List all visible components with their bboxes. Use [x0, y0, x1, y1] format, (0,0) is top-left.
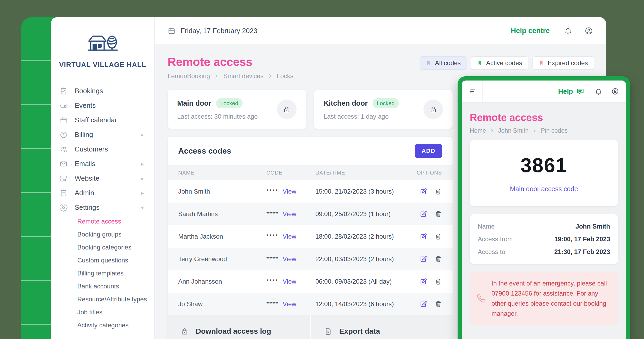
sidebar-item-events[interactable]: Events [51, 98, 154, 113]
code-holder-name: John Smith [178, 188, 266, 195]
breadcrumb-item[interactable]: Home [470, 127, 486, 134]
view-code-link[interactable]: View [283, 188, 296, 195]
sidebar-subitem-custom-questions[interactable]: Custom questions [51, 254, 154, 267]
filter-chip-expired-codes[interactable]: Expired codes [533, 56, 594, 70]
breadcrumb: LemonBooking Smart devices Locks [168, 72, 293, 80]
pin-code-value: 3861 [520, 154, 567, 177]
masked-code: **** [266, 255, 278, 263]
lock-button[interactable] [423, 100, 443, 119]
filter-chip-active-codes[interactable]: Active codes [471, 56, 528, 70]
sidebar: VIRTUAL VILLAGE HALL BookingsEventsStaff… [51, 17, 155, 339]
chat-bubble-icon[interactable] [576, 88, 584, 95]
logo: VIRTUAL VILLAGE HALL [51, 34, 154, 69]
sidebar-item-staff-calendar[interactable]: Staff calendar [51, 113, 154, 127]
edit-code-icon[interactable] [420, 233, 427, 240]
sidebar-subitem-job-titles[interactable]: Job titles [51, 306, 154, 319]
sidebar-subitem-booking-groups[interactable]: Booking groups [51, 228, 154, 241]
view-code-link[interactable]: View [283, 300, 296, 308]
chevron-right-icon [267, 73, 273, 79]
hamburger-menu-icon[interactable] [469, 88, 476, 95]
sidebar-item-label: Admin [75, 189, 141, 197]
delete-code-icon[interactable] [435, 188, 442, 195]
export-data-button[interactable]: Export data [311, 315, 453, 339]
page: VIRTUAL VILLAGE HALL BookingsEventsStaff… [0, 0, 644, 339]
code-holder-name: Jo Shaw [178, 300, 266, 308]
edit-code-icon[interactable] [420, 300, 427, 308]
padlock-icon [429, 105, 437, 113]
access-details-card: Name John Smith Access from 19:00, 17 Fe… [470, 214, 618, 264]
delete-code-icon[interactable] [435, 233, 442, 240]
current-date: Friday, 17 February 2023 [181, 27, 257, 35]
green-accent-strip [21, 17, 56, 339]
sidebar-item-admin[interactable]: Admin▸ [51, 186, 154, 200]
detail-row: Name John Smith [478, 220, 610, 233]
code-datetime: 22:00, 03/03/2023 (2 hours) [315, 255, 395, 263]
sidebar-item-customers[interactable]: Customers [51, 142, 154, 157]
mobile-header: Help [462, 81, 626, 102]
mobile-help-link[interactable]: Help [558, 87, 573, 96]
breadcrumb-item[interactable]: Smart devices [223, 72, 263, 80]
phone-icon [477, 294, 486, 303]
detail-value: 21:30, 17 Feb 2023 [554, 248, 610, 256]
breadcrumb-item[interactable]: John Smith [498, 127, 529, 134]
edit-code-icon[interactable] [420, 278, 427, 285]
sidebar-subitem-bank-accounts[interactable]: Bank accounts [51, 280, 154, 293]
view-code-link[interactable]: View [283, 278, 296, 285]
filter-chip-all-codes[interactable]: All codes [420, 56, 467, 70]
sidebar-subitem-billing-templates[interactable]: Billing templates [51, 267, 154, 280]
sidebar-item-label: Customers [75, 145, 144, 153]
edit-code-icon[interactable] [420, 210, 427, 218]
download-access-log-button[interactable]: Download access log [168, 315, 310, 339]
code-holder-name: Terry Greenwood [178, 255, 266, 263]
door-card-main-door: Main door Locked Last access: 30 minutes… [168, 90, 306, 129]
delete-code-icon[interactable] [435, 210, 442, 218]
table-row: John Smith****View15:00, 21/02/2023 (3 h… [168, 180, 453, 203]
masked-code: **** [266, 278, 278, 285]
bell-icon[interactable] [595, 88, 602, 95]
brand-name: VIRTUAL VILLAGE HALL [59, 61, 146, 69]
chevron-right-icon: ▸ [141, 175, 144, 182]
house-and-tree-logo-icon [83, 34, 123, 57]
sidebar-subitem-resource-attribute-types[interactable]: Resource/Attribute types [51, 293, 154, 306]
status-badge: Locked [216, 98, 243, 108]
view-code-link[interactable]: View [283, 255, 296, 263]
bookmark-icon [539, 60, 544, 66]
bell-icon[interactable] [564, 27, 572, 35]
lock-button[interactable] [277, 100, 297, 119]
sidebar-item-label: Emails [75, 160, 141, 168]
pound-circle-icon [60, 131, 68, 139]
delete-code-icon[interactable] [435, 278, 442, 285]
chevron-down-icon: ▾ [141, 204, 144, 211]
sidebar-item-billing[interactable]: Billing▸ [51, 127, 154, 142]
add-code-button[interactable]: ADD [415, 144, 442, 158]
sidebar-subitem-activity-categories[interactable]: Activity categories [51, 319, 154, 332]
view-code-link[interactable]: View [283, 233, 296, 240]
sidebar-item-settings[interactable]: Settings▾ [51, 200, 154, 215]
masked-code: **** [266, 188, 278, 195]
view-code-link[interactable]: View [283, 210, 296, 218]
edit-code-icon[interactable] [420, 188, 427, 195]
breadcrumb-item-current: Pin codes [541, 127, 567, 134]
table-row: Martha Jackson****View18:00, 28/02/2023 … [168, 225, 453, 248]
bookmark-icon [477, 60, 482, 66]
column-header-datetime: DATE/TIME [315, 170, 395, 176]
breadcrumb-item[interactable]: LemonBooking [168, 72, 210, 80]
chevron-right-icon: ▸ [141, 132, 144, 138]
delete-code-icon[interactable] [435, 300, 442, 308]
user-account-icon[interactable] [611, 87, 619, 95]
user-account-icon[interactable] [584, 26, 593, 35]
code-datetime: 09:00, 25/02/2023 (1 hour) [315, 210, 395, 218]
code-holder-name: Martha Jackson [178, 233, 266, 240]
help-centre-link[interactable]: Help centre [511, 27, 550, 35]
sidebar-item-emails[interactable]: Emails▸ [51, 157, 154, 171]
sidebar-item-bookings[interactable]: Bookings [51, 84, 154, 98]
sidebar-item-website[interactable]: Website▸ [51, 171, 154, 186]
code-holder-name: Ann Johansson [178, 278, 266, 285]
status-badge: Locked [373, 98, 399, 108]
sidebar-subitem-booking-categories[interactable]: Booking categories [51, 241, 154, 254]
edit-code-icon[interactable] [420, 255, 427, 263]
sidebar-subitem-remote-access[interactable]: Remote access [51, 215, 154, 228]
delete-code-icon[interactable] [435, 255, 442, 263]
pin-code-caption-link[interactable]: Main door access code [510, 185, 578, 193]
calendar-icon [60, 116, 68, 124]
